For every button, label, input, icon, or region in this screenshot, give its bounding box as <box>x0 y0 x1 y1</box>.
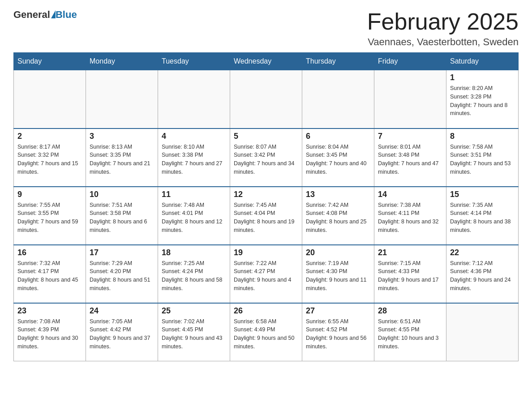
day-number: 17 <box>90 248 154 257</box>
calendar-day-cell: 14Sunrise: 7:38 AMSunset: 4:11 PMDayligh… <box>374 187 446 245</box>
weekday-header-sunday: Sunday <box>14 53 86 70</box>
day-info: Sunrise: 7:42 AMSunset: 4:08 PMDaylight:… <box>306 201 370 235</box>
calendar-day-cell: 23Sunrise: 7:08 AMSunset: 4:39 PMDayligh… <box>14 303 86 361</box>
day-number: 21 <box>378 248 442 257</box>
day-number: 9 <box>17 190 82 199</box>
day-number: 14 <box>378 190 442 199</box>
day-info: Sunrise: 7:15 AMSunset: 4:33 PMDaylight:… <box>378 259 442 293</box>
day-number: 8 <box>450 132 515 141</box>
calendar-day-cell <box>86 70 158 128</box>
calendar-day-cell: 19Sunrise: 7:22 AMSunset: 4:27 PMDayligh… <box>230 245 302 303</box>
day-info: Sunrise: 8:20 AMSunset: 3:28 PMDaylight:… <box>450 84 515 118</box>
calendar-day-cell <box>14 70 86 128</box>
weekday-header-thursday: Thursday <box>302 53 374 70</box>
calendar-day-cell: 4Sunrise: 8:10 AMSunset: 3:38 PMDaylight… <box>158 128 230 187</box>
day-number: 7 <box>378 132 442 141</box>
logo-general-text: General <box>13 9 50 21</box>
calendar-day-cell: 10Sunrise: 7:51 AMSunset: 3:58 PMDayligh… <box>86 187 158 245</box>
day-info: Sunrise: 8:13 AMSunset: 3:35 PMDaylight:… <box>90 143 154 176</box>
day-info: Sunrise: 8:07 AMSunset: 3:42 PMDaylight:… <box>234 143 298 176</box>
calendar-day-cell: 15Sunrise: 7:35 AMSunset: 4:14 PMDayligh… <box>446 187 519 245</box>
calendar-table: SundayMondayTuesdayWednesdayThursdayFrid… <box>13 52 519 361</box>
day-info: Sunrise: 7:35 AMSunset: 4:14 PMDaylight:… <box>450 201 515 235</box>
day-info: Sunrise: 8:17 AMSunset: 3:32 PMDaylight:… <box>17 143 82 176</box>
weekday-header-monday: Monday <box>86 53 158 70</box>
calendar-day-cell: 9Sunrise: 7:55 AMSunset: 3:55 PMDaylight… <box>14 187 86 245</box>
day-info: Sunrise: 8:10 AMSunset: 3:38 PMDaylight:… <box>162 143 226 176</box>
day-number: 4 <box>162 132 226 141</box>
day-number: 5 <box>234 132 298 141</box>
day-info: Sunrise: 8:04 AMSunset: 3:45 PMDaylight:… <box>306 143 370 176</box>
calendar-day-cell: 28Sunrise: 6:51 AMSunset: 4:55 PMDayligh… <box>374 303 446 361</box>
day-info: Sunrise: 6:58 AMSunset: 4:49 PMDaylight:… <box>234 317 298 351</box>
weekday-header-saturday: Saturday <box>446 53 519 70</box>
day-number: 15 <box>450 190 515 199</box>
day-info: Sunrise: 7:45 AMSunset: 4:04 PMDaylight:… <box>234 201 298 235</box>
calendar-day-cell: 22Sunrise: 7:12 AMSunset: 4:36 PMDayligh… <box>446 245 519 303</box>
logo: General Blue <box>13 9 77 21</box>
day-number: 13 <box>306 190 370 199</box>
day-info: Sunrise: 6:51 AMSunset: 4:55 PMDaylight:… <box>378 317 442 351</box>
day-number: 1 <box>450 73 515 82</box>
day-number: 11 <box>162 190 226 199</box>
day-info: Sunrise: 7:38 AMSunset: 4:11 PMDaylight:… <box>378 201 442 235</box>
calendar-day-cell: 24Sunrise: 7:05 AMSunset: 4:42 PMDayligh… <box>86 303 158 361</box>
calendar-week-row: 1Sunrise: 8:20 AMSunset: 3:28 PMDaylight… <box>14 70 519 128</box>
calendar-day-cell <box>446 303 519 361</box>
day-number: 16 <box>17 248 82 257</box>
day-info: Sunrise: 8:01 AMSunset: 3:48 PMDaylight:… <box>378 143 442 176</box>
calendar-day-cell <box>158 70 230 128</box>
location-title: Vaennaes, Vaesterbotten, Sweden <box>367 36 519 48</box>
day-info: Sunrise: 7:08 AMSunset: 4:39 PMDaylight:… <box>17 317 82 351</box>
calendar-day-cell: 8Sunrise: 7:58 AMSunset: 3:51 PMDaylight… <box>446 128 519 187</box>
calendar-day-cell: 3Sunrise: 8:13 AMSunset: 3:35 PMDaylight… <box>86 128 158 187</box>
day-info: Sunrise: 7:51 AMSunset: 3:58 PMDaylight:… <box>90 201 154 235</box>
day-info: Sunrise: 7:22 AMSunset: 4:27 PMDaylight:… <box>234 259 298 293</box>
day-number: 23 <box>17 306 82 316</box>
calendar-day-cell: 16Sunrise: 7:32 AMSunset: 4:17 PMDayligh… <box>14 245 86 303</box>
calendar-day-cell <box>302 70 374 128</box>
calendar-week-row: 16Sunrise: 7:32 AMSunset: 4:17 PMDayligh… <box>14 245 519 303</box>
weekday-header-tuesday: Tuesday <box>158 53 230 70</box>
day-info: Sunrise: 7:05 AMSunset: 4:42 PMDaylight:… <box>90 317 154 351</box>
day-info: Sunrise: 7:55 AMSunset: 3:55 PMDaylight:… <box>17 201 82 235</box>
calendar-day-cell: 18Sunrise: 7:25 AMSunset: 4:24 PMDayligh… <box>158 245 230 303</box>
day-number: 25 <box>162 306 226 316</box>
calendar-week-row: 23Sunrise: 7:08 AMSunset: 4:39 PMDayligh… <box>14 303 519 361</box>
calendar-day-cell: 7Sunrise: 8:01 AMSunset: 3:48 PMDaylight… <box>374 128 446 187</box>
day-number: 6 <box>306 132 370 141</box>
calendar-day-cell: 6Sunrise: 8:04 AMSunset: 3:45 PMDaylight… <box>302 128 374 187</box>
day-number: 24 <box>90 306 154 316</box>
day-info: Sunrise: 7:19 AMSunset: 4:30 PMDaylight:… <box>306 259 370 293</box>
day-number: 12 <box>234 190 298 199</box>
calendar-day-cell: 11Sunrise: 7:48 AMSunset: 4:01 PMDayligh… <box>158 187 230 245</box>
calendar-day-cell <box>230 70 302 128</box>
day-info: Sunrise: 7:32 AMSunset: 4:17 PMDaylight:… <box>17 259 82 293</box>
day-number: 22 <box>450 248 515 257</box>
calendar-day-cell: 27Sunrise: 6:55 AMSunset: 4:52 PMDayligh… <box>302 303 374 361</box>
weekday-header-friday: Friday <box>374 53 446 70</box>
day-info: Sunrise: 7:02 AMSunset: 4:45 PMDaylight:… <box>162 317 226 351</box>
calendar-week-row: 9Sunrise: 7:55 AMSunset: 3:55 PMDaylight… <box>14 187 519 245</box>
day-number: 10 <box>90 190 154 199</box>
calendar-week-row: 2Sunrise: 8:17 AMSunset: 3:32 PMDaylight… <box>14 128 519 187</box>
logo-blue-text: Blue <box>56 9 77 21</box>
logo-triangle-icon <box>51 10 56 18</box>
title-area: February 2025 Vaennaes, Vaesterbotten, S… <box>367 9 519 48</box>
page-header: General Blue February 2025 Vaennaes, Vae… <box>13 9 519 48</box>
day-number: 28 <box>378 306 442 316</box>
day-info: Sunrise: 6:55 AMSunset: 4:52 PMDaylight:… <box>306 317 370 351</box>
weekday-header-row: SundayMondayTuesdayWednesdayThursdayFrid… <box>14 53 519 70</box>
day-info: Sunrise: 7:29 AMSunset: 4:20 PMDaylight:… <box>90 259 154 293</box>
calendar-day-cell: 17Sunrise: 7:29 AMSunset: 4:20 PMDayligh… <box>86 245 158 303</box>
day-number: 27 <box>306 306 370 316</box>
calendar-day-cell: 13Sunrise: 7:42 AMSunset: 4:08 PMDayligh… <box>302 187 374 245</box>
day-info: Sunrise: 7:58 AMSunset: 3:51 PMDaylight:… <box>450 143 515 176</box>
calendar-day-cell: 25Sunrise: 7:02 AMSunset: 4:45 PMDayligh… <box>158 303 230 361</box>
calendar-day-cell: 21Sunrise: 7:15 AMSunset: 4:33 PMDayligh… <box>374 245 446 303</box>
calendar-day-cell <box>374 70 446 128</box>
weekday-header-wednesday: Wednesday <box>230 53 302 70</box>
day-number: 3 <box>90 132 154 141</box>
day-number: 20 <box>306 248 370 257</box>
calendar-day-cell: 5Sunrise: 8:07 AMSunset: 3:42 PMDaylight… <box>230 128 302 187</box>
